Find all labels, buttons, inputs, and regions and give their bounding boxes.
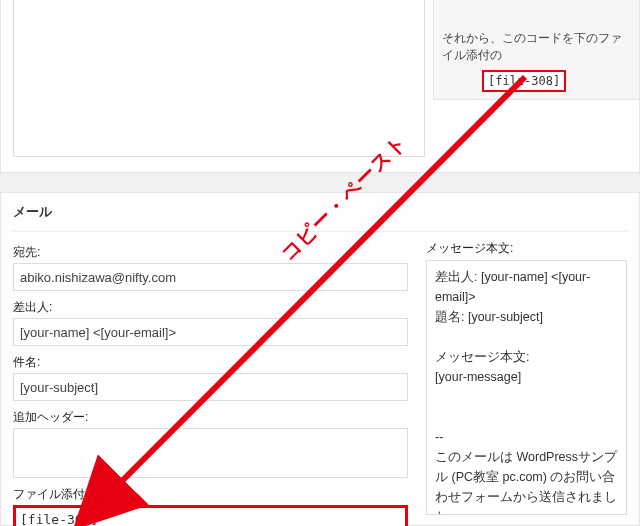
message-body-label: メッセージ本文: [426,240,627,257]
tip-code-highlight: [file-308] [482,70,566,92]
additional-headers-label: 追加ヘッダー: [13,409,88,426]
to-input[interactable] [13,263,408,291]
from-label: 差出人: [13,299,52,316]
from-input[interactable] [13,318,408,346]
mail-left-column: 宛先: 差出人: 件名: 追加ヘッダー: ファイル添付: [13,240,408,526]
additional-headers-input[interactable] [13,428,408,478]
mail-right-column: メッセージ本文: 差出人: [your-name] <[your-email]>… [426,240,627,526]
panel-gap [0,173,640,193]
tip-text: それから、このコードを下のファイル添付の [442,30,631,64]
file-attach-label: ファイル添付: [13,486,88,503]
upper-form-area: それから、このコードを下のファイル添付の [file-308] [0,0,640,173]
tip-box: それから、このコードを下のファイル添付の [file-308] [433,0,639,100]
subject-input[interactable] [13,373,408,401]
subject-label: 件名: [13,354,40,371]
mail-columns: 宛先: 差出人: 件名: 追加ヘッダー: ファイル添付: メッセージ本文: 差出… [13,232,627,526]
to-label: 宛先: [13,244,40,261]
mail-panel: メール 宛先: 差出人: 件名: 追加ヘッダー: ファイル添付: メッセージ本文… [0,192,640,526]
form-code-textarea[interactable] [13,0,425,157]
message-body-textarea[interactable]: 差出人: [your-name] <[your-email]> 題名: [you… [426,260,627,515]
mail-panel-heading: メール [13,201,627,232]
file-attach-input[interactable] [13,505,408,526]
